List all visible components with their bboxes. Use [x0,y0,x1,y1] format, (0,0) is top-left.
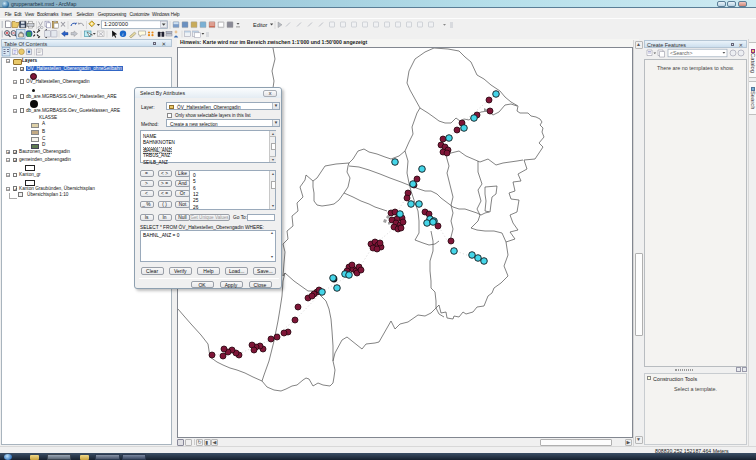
svg-text:<Search>: <Search> [670,50,693,56]
svg-text:1:200'000: 1:200'000 [104,21,128,27]
svg-text:Editor: Editor [253,22,268,28]
